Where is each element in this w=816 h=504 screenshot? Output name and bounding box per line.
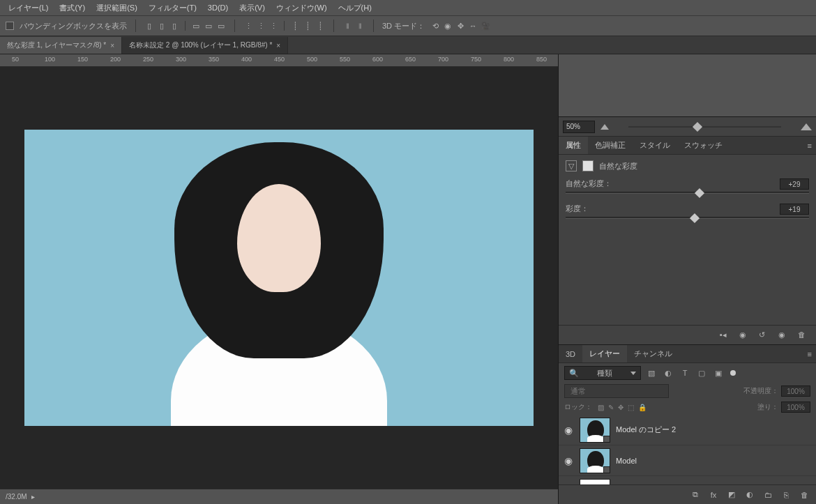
layer-name[interactable]: Model <box>616 457 812 465</box>
status-bar: /32.0M ▸ <box>0 489 558 504</box>
fill-label: 塗り： <box>757 402 778 412</box>
layer-name[interactable]: Model のコピー 2 <box>616 425 812 435</box>
fill-value[interactable]: 100% <box>781 402 810 413</box>
distribute-top-icon[interactable]: ⋮ <box>243 21 253 31</box>
delete-layer-icon[interactable]: 🗑 <box>799 491 809 499</box>
canvas-area: -505010015020025030035040045050055060065… <box>0 54 558 504</box>
close-tab-icon[interactable]: × <box>110 42 114 49</box>
new-group-icon[interactable]: 🗀 <box>763 491 773 499</box>
menu-表示(V)[interactable]: 表示(V) <box>234 3 271 13</box>
lock-position-icon[interactable]: ✥ <box>618 404 624 411</box>
spacing-v-icon[interactable]: ⫴ <box>355 21 365 31</box>
menu-3D(D)[interactable]: 3D(D) <box>202 3 234 12</box>
panel-menu-icon[interactable]: ≡ <box>808 350 812 358</box>
align-center-h-icon[interactable]: ▯ <box>157 21 167 31</box>
visibility-icon[interactable]: ◉ <box>563 425 574 436</box>
menu-選択範囲(S)[interactable]: 選択範囲(S) <box>91 3 143 13</box>
navigator-strip <box>559 117 816 137</box>
panel-tab[interactable]: レイヤー <box>582 345 627 362</box>
menu-フィルター(T)[interactable]: フィルター(T) <box>143 3 202 13</box>
new-layer-icon[interactable]: ⎘ <box>781 491 791 499</box>
opacity-value[interactable]: 100% <box>781 385 810 397</box>
layer-fx-icon[interactable]: fx <box>709 491 718 499</box>
blend-mode-select[interactable]: 通常 <box>564 384 669 398</box>
panel-tab[interactable]: 属性 <box>559 137 588 154</box>
filter-adjustment-icon[interactable]: ◐ <box>663 369 673 378</box>
align-right-icon[interactable]: ▯ <box>169 21 179 31</box>
distribute-left-icon[interactable]: ┊ <box>290 21 300 31</box>
clip-to-layer-icon[interactable]: ▪◂ <box>720 330 731 340</box>
filter-type-icon[interactable]: T <box>680 369 690 377</box>
blank-panel <box>559 54 816 117</box>
lock-all-icon[interactable]: 🔒 <box>638 404 647 411</box>
vibrance-value[interactable]: +29 <box>780 178 809 190</box>
vibrance-label: 自然な彩度： <box>566 178 612 190</box>
3d-slide-icon[interactable]: ↔ <box>468 21 478 31</box>
distribute-right-icon[interactable]: ┊ <box>315 21 325 31</box>
close-tab-icon[interactable]: × <box>276 42 280 49</box>
zoom-in-icon[interactable] <box>801 123 812 130</box>
document-tab[interactable]: 名称未設定 2 @ 100% (レイヤー 1, RGB/8#) *× <box>122 37 288 54</box>
link-layers-icon[interactable]: ⧉ <box>690 490 700 499</box>
view-previous-icon[interactable]: ◉ <box>739 330 750 340</box>
layer-thumbnail[interactable] <box>580 448 610 473</box>
delete-adjustment-icon[interactable]: 🗑 <box>798 330 809 340</box>
lock-artboard-icon[interactable]: ⬚ <box>628 404 634 411</box>
3d-pan-icon[interactable]: ✥ <box>455 21 465 31</box>
adj-triangle-icon[interactable]: ▽ <box>566 160 577 171</box>
layer-thumbnail[interactable] <box>580 418 610 443</box>
align-bottom-icon[interactable]: ▭ <box>216 21 226 31</box>
layer-row[interactable]: ◉背景🔒 <box>559 476 816 484</box>
menu-レイヤー(L)[interactable]: レイヤー(L) <box>3 3 54 13</box>
filter-toggle-icon[interactable] <box>730 370 736 376</box>
panel-menu-icon[interactable]: ≡ <box>808 142 812 150</box>
layers-list: ◉Model のコピー 2◉Model◉背景🔒 <box>559 415 816 484</box>
panel-tab[interactable]: チャンネル <box>627 345 679 362</box>
adjustment-title: 自然な彩度 <box>599 161 637 171</box>
3d-orbit-icon[interactable]: ⟲ <box>430 21 440 31</box>
saturation-value[interactable]: +19 <box>780 204 809 215</box>
layer-thumbnail[interactable] <box>580 479 610 485</box>
menu-書式(Y)[interactable]: 書式(Y) <box>54 3 91 13</box>
distribute-hcenter-icon[interactable]: ┊ <box>303 21 312 31</box>
align-top-icon[interactable]: ▭ <box>191 21 201 31</box>
document-tab[interactable]: 然な彩度 1, レイヤーマスク/8) *× <box>0 37 122 54</box>
canvas-viewport[interactable] <box>0 67 558 489</box>
filter-pixel-icon[interactable]: ▧ <box>647 369 656 378</box>
vibrance-slider[interactable] <box>566 192 809 194</box>
spacing-h-icon[interactable]: ⫴ <box>342 21 352 31</box>
bounding-checkbox[interactable] <box>6 22 14 30</box>
filter-shape-icon[interactable]: ▢ <box>697 369 707 378</box>
visibility-icon[interactable]: ◉ <box>563 455 574 466</box>
distribute-vcenter-icon[interactable]: ⋮ <box>256 21 266 31</box>
zoom-out-icon[interactable] <box>600 124 609 130</box>
distribute-bottom-icon[interactable]: ⋮ <box>269 21 278 31</box>
properties-footer: ▪◂ ◉ ↺ ◉ 🗑 <box>559 325 816 344</box>
lock-pixels-icon[interactable]: ✎ <box>608 404 614 411</box>
zoom-input[interactable] <box>563 121 595 133</box>
panel-tab[interactable]: スタイル <box>633 137 677 154</box>
add-mask-icon[interactable]: ◩ <box>727 490 736 499</box>
filter-smart-icon[interactable]: ▣ <box>713 369 723 378</box>
mode3d-label: 3D モード： <box>382 21 425 31</box>
new-adjustment-icon[interactable]: ◐ <box>745 490 755 499</box>
lock-transparency-icon[interactable]: ▨ <box>598 404 604 411</box>
layer-row[interactable]: ◉Model <box>559 445 816 476</box>
filter-type-select[interactable]: 🔍種類 <box>564 366 641 380</box>
menu-ヘルプ(H)[interactable]: ヘルプ(H) <box>333 3 377 13</box>
zoom-slider[interactable] <box>614 121 795 133</box>
toggle-visibility-icon[interactable]: ◉ <box>778 330 789 340</box>
saturation-slider[interactable] <box>566 217 809 219</box>
panel-tab[interactable]: 3D <box>559 345 582 362</box>
menu-ウィンドウ(W)[interactable]: ウィンドウ(W) <box>271 3 333 13</box>
3d-scale-icon[interactable]: 🎥 <box>481 21 490 31</box>
panel-tab[interactable]: 色調補正 <box>588 137 633 154</box>
layers-filter-bar: 🔍種類 ▧ ◐ T ▢ ▣ <box>559 363 816 383</box>
layer-row[interactable]: ◉Model のコピー 2 <box>559 415 816 445</box>
reset-icon[interactable]: ↺ <box>759 330 770 340</box>
3d-roll-icon[interactable]: ◉ <box>443 21 453 31</box>
align-left-icon[interactable]: ▯ <box>144 21 154 31</box>
properties-tabs: 属性色調補正スタイルスウォッチ≡ <box>559 137 816 155</box>
panel-tab[interactable]: スウォッチ <box>677 137 730 154</box>
align-middle-icon[interactable]: ▭ <box>204 21 213 31</box>
